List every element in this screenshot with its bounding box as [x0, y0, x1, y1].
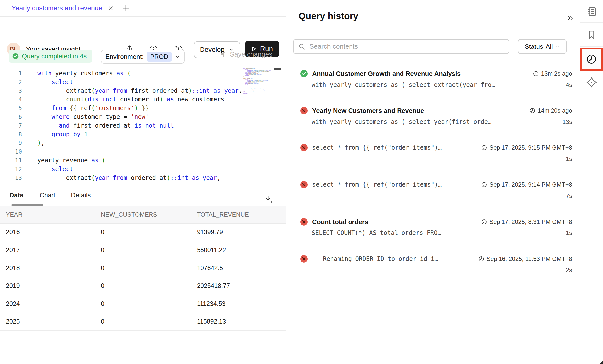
- table-row: 20170550011.22: [0, 241, 286, 259]
- history-item-title: -- Renaming ORDER_ID to order_id i…: [312, 255, 474, 262]
- history-item-duration: 4s: [566, 81, 572, 88]
- error-icon: [300, 181, 308, 189]
- tab-details[interactable]: Details: [71, 191, 91, 199]
- clock-icon: [529, 108, 535, 114]
- insight-toolbar: BL Your saved insight Develop Run: [0, 16, 286, 45]
- history-item-time: Sep 17, 2025, 8:31 PM GMT+8: [481, 218, 572, 225]
- clock-icon: [481, 182, 487, 188]
- environment-dropdown[interactable]: Environment: PROD: [101, 50, 185, 64]
- history-item-duration: 7s: [566, 192, 572, 199]
- editor-gutter: 12345678910111213: [0, 69, 22, 181]
- error-icon: [300, 255, 308, 263]
- table-cell: 2017: [6, 246, 20, 254]
- editor-code[interactable]: with yearly_customers as ( select extrac…: [37, 69, 242, 181]
- table-cell: 111234.53: [197, 300, 225, 307]
- history-item-title: Yearly New Customers and Revenue: [312, 107, 525, 115]
- chevron-down-icon: [555, 44, 560, 49]
- rail-separator: [580, 22, 603, 23]
- status-filter-dropdown[interactable]: Status All: [518, 39, 567, 54]
- tab-title: Yearly customers and revenue: [12, 4, 102, 12]
- table-row: 20250115892.13: [0, 313, 286, 331]
- query-status-badge: Query completed in 4s: [9, 50, 92, 63]
- error-icon: [300, 144, 308, 152]
- plus-icon: [122, 4, 130, 12]
- editor-minimap-content: with yearly_customers as ( select extrac…: [243, 68, 273, 94]
- history-item[interactable]: select * from {{ ref("order_items")…Sep …: [292, 137, 577, 174]
- table-cell: 0: [101, 246, 104, 254]
- history-item-sql: SELECT COUNT(*) AS total_orders FRO…: [312, 229, 566, 236]
- results-section: Data Chart Details YEAR NEW_CUSTOMERS TO…: [0, 183, 286, 364]
- column-header-total-revenue: TOTAL_REVENUE: [197, 211, 249, 218]
- table-row: 2016091399.79: [0, 223, 286, 241]
- app-window: Yearly customers and revenue BL Your sav…: [0, 0, 603, 364]
- table-row: 20240111234.53: [0, 295, 286, 313]
- history-clock-icon[interactable]: [586, 53, 597, 65]
- history-item-duration: 1s: [566, 229, 572, 236]
- dbt-icon[interactable]: [580, 71, 603, 94]
- history-item[interactable]: Count total ordersSep 17, 2025, 8:31 PM …: [292, 211, 577, 248]
- error-icon: [300, 107, 308, 115]
- search-icon: [298, 43, 305, 50]
- success-icon: [300, 70, 308, 78]
- sql-editor[interactable]: 12345678910111213 with yearly_customers …: [0, 67, 286, 181]
- search-input[interactable]: [309, 43, 504, 51]
- save-changes-label: Save changes: [230, 51, 272, 58]
- table-cell: 2024: [6, 300, 20, 307]
- column-header-year: YEAR: [6, 211, 23, 218]
- history-item-time: Sep 16, 2025, 11:53 PM GMT+8: [478, 255, 572, 262]
- history-item-title: Annual Customer Growth and Revenue Analy…: [312, 70, 529, 78]
- table-cell: 2016: [6, 228, 20, 236]
- table-cell: 2025: [6, 318, 20, 325]
- error-icon: [300, 218, 308, 226]
- chevron-down-icon: [175, 54, 180, 59]
- environment-label: Environment:: [105, 53, 144, 61]
- query-status-text: Query completed in 4s: [22, 52, 87, 60]
- table-header: YEAR NEW_CUSTOMERS TOTAL_REVENUE: [0, 206, 286, 224]
- indent-guide: [36, 69, 36, 180]
- tab-divider: [117, 2, 117, 14]
- notebook-icon[interactable]: [580, 0, 603, 23]
- history-item-duration: 2s: [566, 267, 572, 273]
- history-item-duration: 13s: [562, 118, 572, 125]
- tab-bar: Yearly customers and revenue: [0, 0, 286, 16]
- tab-close-icon[interactable]: [108, 5, 114, 11]
- tab-data[interactable]: Data: [9, 191, 23, 199]
- highlight-box: [580, 48, 603, 71]
- clock-icon: [533, 71, 539, 77]
- table-cell: 2025418.77: [197, 282, 230, 289]
- save-changes-button[interactable]: Save changes: [218, 50, 272, 58]
- tab-yearly-customers[interactable]: Yearly customers and revenue: [12, 0, 114, 16]
- history-item[interactable]: Annual Customer Growth and Revenue Analy…: [292, 63, 577, 100]
- bookmark-icon[interactable]: [580, 23, 603, 46]
- new-tab-button[interactable]: [121, 3, 131, 13]
- history-item-time: 14m 20s ago: [529, 107, 572, 114]
- search-box[interactable]: [293, 39, 509, 54]
- column-header-new-customers: NEW_CUSTOMERS: [101, 211, 157, 218]
- history-item[interactable]: -- Renaming ORDER_ID to order_id i…Sep 1…: [292, 248, 577, 285]
- editor-scrollbar-thumb[interactable]: [274, 68, 281, 70]
- history-item-time: 13m 2s ago: [533, 70, 572, 77]
- status-row: Query completed in 4s Environment: PROD …: [0, 45, 286, 67]
- download-icon[interactable]: [263, 195, 273, 205]
- resize-grip[interactable]: [600, 361, 603, 364]
- history-item[interactable]: select * from {{ ref("order_items")…Sep …: [292, 174, 577, 211]
- history-item-time: Sep 17, 2025, 9:14 PM GMT+8: [481, 181, 572, 188]
- tab-chart[interactable]: Chart: [40, 191, 55, 199]
- table-cell: 550011.22: [197, 246, 226, 254]
- table-cell: 107642.5: [197, 264, 223, 272]
- table-cell: 0: [101, 264, 104, 272]
- editor-top-border: [25, 67, 281, 67]
- save-icon: [218, 50, 226, 58]
- table-cell: 0: [101, 300, 104, 307]
- clock-icon: [478, 256, 484, 262]
- environment-value-badge: PROD: [147, 52, 172, 62]
- table-cell: 91399.79: [197, 228, 223, 236]
- history-item-title: select * from {{ ref("order_items")…: [312, 144, 477, 151]
- collapse-panel-icon[interactable]: [566, 14, 575, 23]
- table-cell: 0: [101, 282, 104, 289]
- history-item-time: Sep 17, 2025, 9:15 PM GMT+8: [481, 144, 572, 151]
- status-filter-label: Status: [525, 43, 543, 50]
- editor-minimap[interactable]: with yearly_customers as ( select extrac…: [243, 68, 274, 179]
- history-item[interactable]: Yearly New Customers and Revenue14m 20s …: [292, 100, 577, 137]
- history-item-title: select * from {{ ref("order_items")…: [312, 181, 477, 188]
